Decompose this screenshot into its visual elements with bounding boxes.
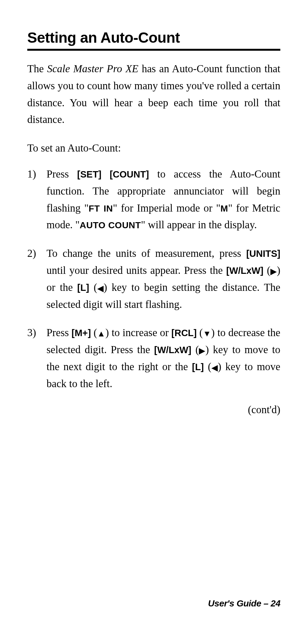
intro-prefix: The [27, 63, 47, 74]
key-l: [L] [77, 283, 89, 293]
intro-paragraph: The Scale Master Pro XE has an Auto-Coun… [27, 60, 280, 128]
up-arrow-icon: ▲ [97, 327, 106, 341]
annunciator-m: M [220, 204, 228, 213]
text: Press [47, 327, 72, 338]
text: ( [263, 265, 270, 276]
step-3: 3) Press [M+] (▲) to increase or [RCL] (… [27, 324, 280, 392]
text: ( [204, 361, 211, 372]
key-mplus: [M+] [72, 328, 91, 338]
step-number: 3) [27, 324, 47, 392]
key-units: [UNITS] [246, 248, 280, 259]
left-arrow-icon: ◀ [97, 282, 104, 295]
text: until your desired units appear. Press t… [47, 265, 226, 276]
title-rule [27, 49, 280, 51]
step-1: 1) Press [SET] [COUNT] to access the Aut… [27, 166, 280, 233]
right-arrow-icon: ▶ [199, 344, 205, 358]
key-wlxw: [W/LxW] [226, 265, 263, 276]
text: Press [47, 168, 77, 180]
annunciator-ft-in: FT IN [89, 204, 113, 213]
step-body: To change the units of measurement, pres… [47, 245, 280, 313]
text: " will appear in the display. [141, 219, 257, 231]
step-body: Press [SET] [COUNT] to access the Auto-C… [47, 166, 280, 233]
key-rcl: [RCL] [171, 328, 197, 338]
page-footer: User's Guide – 24 [208, 598, 280, 609]
step-2: 2) To change the units of measurement, p… [27, 245, 280, 313]
continued-indicator: (cont'd) [27, 404, 280, 416]
text: " for Imperial mode or " [113, 202, 220, 214]
step-number: 1) [27, 166, 47, 233]
text: ) to increase or [106, 327, 172, 338]
down-arrow-icon: ▼ [203, 327, 211, 341]
text: To change the units of measurement, pres… [47, 248, 246, 259]
product-name: Scale Master Pro XE [47, 63, 139, 74]
key-set-count: [SET] [COUNT] [77, 169, 149, 179]
key-wlxw: [W/LxW] [154, 345, 191, 355]
right-arrow-icon: ▶ [270, 265, 277, 278]
text: ( [91, 327, 97, 338]
step-number: 2) [27, 245, 47, 313]
text: ( [89, 282, 97, 293]
lead-in-text: To set an Auto-Count: [27, 140, 280, 157]
text: ( [191, 344, 199, 355]
page-title: Setting an Auto-Count [27, 29, 280, 46]
step-body: Press [M+] (▲) to increase or [RCL] (▼) … [47, 324, 280, 392]
text: ( [197, 327, 203, 338]
annunciator-auto-count: AUTO COUNT [80, 220, 141, 230]
left-arrow-icon: ◀ [211, 361, 218, 375]
steps-list: 1) Press [SET] [COUNT] to access the Aut… [27, 166, 280, 392]
key-l: [L] [192, 362, 204, 372]
